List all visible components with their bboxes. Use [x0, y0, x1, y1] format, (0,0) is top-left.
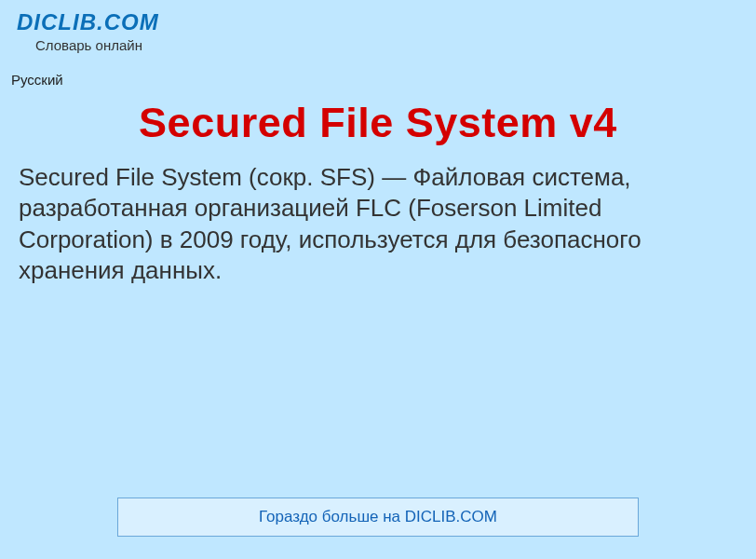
article-body: Secured File System (сокр. SFS) — Файлов…: [0, 147, 756, 286]
header: DICLIB.COM Словарь онлайн: [0, 0, 756, 57]
site-name[interactable]: DICLIB.COM: [17, 9, 739, 35]
language-label: Русский: [0, 57, 756, 88]
site-tagline: Словарь онлайн: [35, 37, 739, 53]
article-title: Secured File System v4: [0, 99, 756, 147]
more-link-button[interactable]: Гораздо больше на DICLIB.COM: [117, 498, 639, 537]
